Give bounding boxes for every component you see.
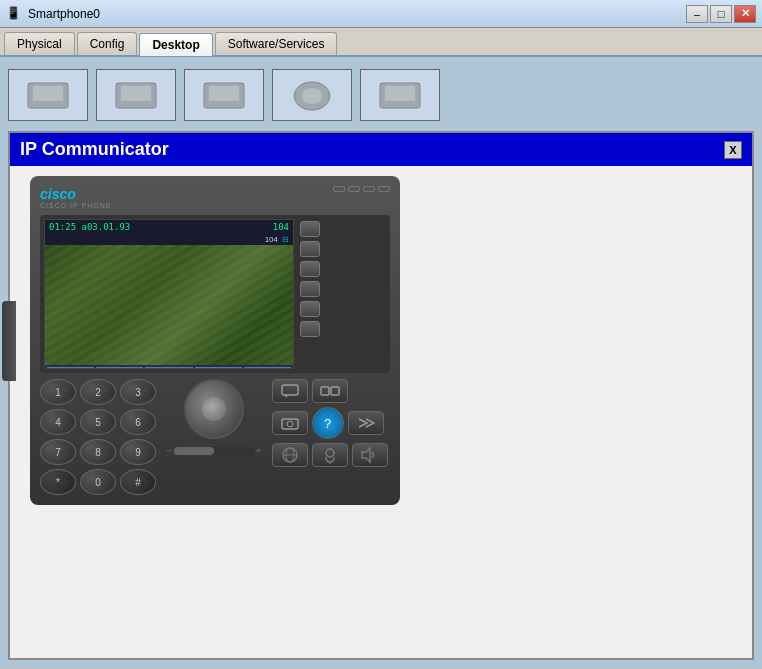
thumbnail-icon-4 [287, 78, 337, 113]
screen-icon: ⊟ [282, 235, 289, 244]
softkey-redial[interactable]: Redial [47, 367, 94, 369]
key-4[interactable]: 4 [40, 409, 76, 435]
forward-icon [357, 416, 375, 430]
thumbnail-icon-2 [111, 78, 161, 113]
screen-softkeys: Redial NewCall CFwdAll PickUp more [45, 365, 293, 369]
forward-button[interactable] [348, 411, 384, 435]
messages-button[interactable] [272, 379, 308, 403]
softkey-cfwdall[interactable]: CFwdAll [145, 367, 192, 369]
maximize-button[interactable]: □ [710, 5, 732, 23]
main-content: IP Communicator X cisco CISCO IP PHONE [0, 57, 762, 668]
screen-line: 104 [273, 222, 289, 232]
side-button-3[interactable] [300, 261, 320, 277]
svg-point-7 [302, 88, 322, 104]
mute-icon [321, 446, 339, 464]
func-row-2: ? [272, 407, 388, 439]
key-3[interactable]: 3 [120, 379, 156, 405]
svg-rect-9 [385, 86, 415, 101]
volume-area: − + [166, 445, 262, 456]
svg-rect-1 [33, 86, 63, 101]
indicator-4 [378, 186, 390, 192]
side-button-5[interactable] [300, 301, 320, 317]
side-button-1[interactable] [300, 221, 320, 237]
key-2[interactable]: 2 [80, 379, 116, 405]
mute-button[interactable] [312, 443, 348, 467]
phone-screen: 01:25 a03.01.93 104 104 ⊟ Redial NewCall [44, 219, 294, 369]
screen-header: 01:25 a03.01.93 104 [45, 220, 293, 234]
function-buttons: ? [272, 379, 388, 467]
volume-fill [174, 447, 214, 455]
cisco-logo-area: cisco CISCO IP PHONE [40, 186, 111, 209]
thumbnail-icon-5 [375, 78, 425, 113]
help-icon: ? [324, 416, 331, 431]
nav-ring[interactable] [184, 379, 244, 439]
svg-rect-10 [282, 385, 298, 395]
tab-physical[interactable]: Physical [4, 32, 75, 55]
volume-slider[interactable] [174, 447, 254, 455]
ip-panel-header: IP Communicator X [10, 133, 752, 166]
tab-desktop[interactable]: Desktop [139, 33, 212, 56]
key-7[interactable]: 7 [40, 439, 76, 465]
thumbnail-icon-1 [23, 78, 73, 113]
nav-center [202, 397, 226, 421]
transfer-button[interactable] [312, 379, 348, 403]
key-pound[interactable]: # [120, 469, 156, 495]
softkey-newcall[interactable]: NewCall [96, 367, 143, 369]
phone-screen-container: 01:25 a03.01.93 104 104 ⊟ Redial NewCall [40, 215, 390, 373]
camera-button[interactable] [272, 411, 308, 435]
nav-and-func: − + [166, 379, 262, 456]
thumbnail-2[interactable] [96, 69, 176, 121]
volume-plus-icon[interactable]: + [256, 445, 262, 456]
svg-point-19 [326, 449, 334, 457]
minimize-button[interactable]: – [686, 5, 708, 23]
softkey-pickup[interactable]: PickUp [195, 367, 242, 369]
tab-bar: Physical Config Desktop Software/Service… [0, 28, 762, 57]
globe-icon [281, 446, 299, 464]
func-row-1 [272, 379, 388, 403]
side-button-6[interactable] [300, 321, 320, 337]
softkey-more[interactable]: more [244, 367, 291, 369]
screen-video [45, 245, 293, 365]
key-star[interactable]: * [40, 469, 76, 495]
keypad: 1 2 3 4 5 6 7 8 9 * 0 # [40, 379, 156, 495]
thumbnail-3[interactable] [184, 69, 264, 121]
volume-minus-icon[interactable]: − [166, 445, 172, 456]
thumbnail-4[interactable] [272, 69, 352, 121]
key-8[interactable]: 8 [80, 439, 116, 465]
phone-bottom: 1 2 3 4 5 6 7 8 9 * 0 # [40, 379, 390, 495]
messages-icon [281, 384, 299, 398]
indicator-1 [333, 186, 345, 192]
svg-rect-13 [331, 387, 339, 395]
screen-status: 104 [265, 235, 278, 244]
key-5[interactable]: 5 [80, 409, 116, 435]
side-button-2[interactable] [300, 241, 320, 257]
globe-button[interactable] [272, 443, 308, 467]
cisco-model: CISCO IP PHONE [40, 202, 111, 209]
phone-top: cisco CISCO IP PHONE [40, 186, 390, 209]
nav-cluster [166, 379, 262, 439]
phone-indicators [333, 186, 390, 192]
close-button[interactable]: ✕ [734, 5, 756, 23]
cisco-logo: cisco [40, 186, 111, 202]
phone-side-buttons [298, 219, 322, 369]
app-icon: 📱 [6, 6, 22, 22]
ip-panel-body: cisco CISCO IP PHONE [10, 166, 752, 515]
func-row-3 [272, 443, 388, 467]
speaker-button[interactable] [352, 443, 388, 467]
camera-icon [281, 416, 299, 430]
thumbnail-1[interactable] [8, 69, 88, 121]
help-button[interactable]: ? [312, 407, 344, 439]
title-bar-controls: – □ ✕ [686, 5, 756, 23]
title-bar-left: 📱 Smartphone0 [6, 6, 100, 22]
tab-software-services[interactable]: Software/Services [215, 32, 338, 55]
screen-status-row: 104 ⊟ [45, 234, 293, 245]
side-button-4[interactable] [300, 281, 320, 297]
tab-config[interactable]: Config [77, 32, 138, 55]
key-1[interactable]: 1 [40, 379, 76, 405]
key-9[interactable]: 9 [120, 439, 156, 465]
ip-panel-close-button[interactable]: X [724, 141, 742, 159]
indicator-3 [363, 186, 375, 192]
key-6[interactable]: 6 [120, 409, 156, 435]
thumbnail-5[interactable] [360, 69, 440, 121]
key-0[interactable]: 0 [80, 469, 116, 495]
